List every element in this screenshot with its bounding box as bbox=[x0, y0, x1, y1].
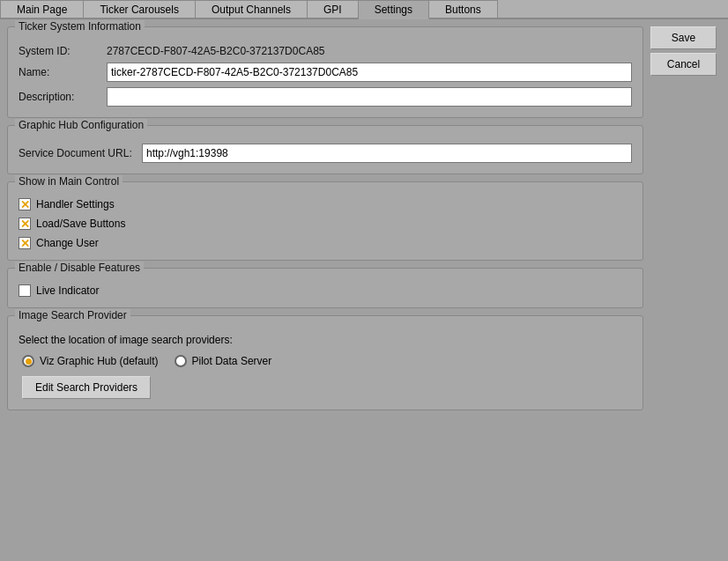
description-input[interactable] bbox=[107, 87, 632, 107]
edit-search-providers-button[interactable]: Edit Search Providers bbox=[22, 376, 151, 399]
tab-output-channels[interactable]: Output Channels bbox=[196, 0, 308, 18]
service-url-label: Service Document URL: bbox=[19, 147, 142, 159]
system-id-row: System ID: 2787CECD-F807-42A5-B2C0-37213… bbox=[19, 45, 632, 57]
radio-inner-dot bbox=[26, 358, 32, 365]
pilot-data-server-radio-row: Pilot Data Server bbox=[175, 355, 272, 367]
handler-settings-label: Handler Settings bbox=[36, 198, 115, 210]
pilot-data-server-radio[interactable] bbox=[175, 355, 187, 367]
radio-group: Viz Graphic Hub (default) Pilot Data Ser… bbox=[22, 350, 632, 367]
checkbox-x-icon2: ✕ bbox=[20, 218, 30, 230]
live-indicator-checkbox[interactable] bbox=[19, 284, 31, 297]
graphic-hub-title: Graphic Hub Configuration bbox=[15, 119, 147, 131]
enable-disable-title: Enable / Disable Features bbox=[15, 262, 144, 274]
viz-graphic-hub-label: Viz Graphic Hub (default) bbox=[40, 355, 159, 367]
tab-main-page[interactable]: Main Page bbox=[0, 0, 84, 18]
checkbox-x-icon3: ✕ bbox=[20, 238, 30, 249]
name-row: Name: bbox=[19, 63, 632, 82]
right-panel: Save Cancel bbox=[650, 26, 721, 554]
save-button[interactable]: Save bbox=[650, 26, 717, 49]
description-row: Description: bbox=[19, 87, 632, 107]
viz-graphic-hub-radio[interactable] bbox=[22, 355, 34, 367]
tab-bar: Main Page Ticker Carousels Output Channe… bbox=[0, 0, 728, 19]
ticker-system-info-title: Ticker System Information bbox=[15, 20, 145, 33]
handler-settings-row: ✕ Handler Settings bbox=[19, 198, 632, 210]
live-indicator-row: Live Indicator bbox=[19, 284, 632, 297]
change-user-label: Change User bbox=[36, 237, 99, 249]
service-url-input[interactable] bbox=[142, 144, 632, 163]
cancel-button[interactable]: Cancel bbox=[650, 53, 717, 76]
load-save-buttons-row: ✕ Load/Save Buttons bbox=[19, 218, 632, 230]
service-url-row: Service Document URL: bbox=[19, 144, 632, 163]
tab-settings[interactable]: Settings bbox=[359, 0, 429, 19]
left-panel: Ticker System Information System ID: 278… bbox=[7, 26, 643, 554]
name-label: Name: bbox=[19, 66, 107, 78]
tab-gpi[interactable]: GPI bbox=[308, 0, 359, 18]
enable-disable-group: Enable / Disable Features Live Indicator bbox=[7, 268, 643, 308]
viz-graphic-hub-radio-row: Viz Graphic Hub (default) bbox=[22, 355, 159, 367]
load-save-buttons-label: Load/Save Buttons bbox=[36, 218, 125, 230]
select-location-label: Select the location of image search prov… bbox=[19, 334, 632, 346]
show-in-main-control-group: Show in Main Control ✕ Handler Settings … bbox=[7, 181, 643, 261]
name-input[interactable] bbox=[107, 63, 632, 82]
image-search-provider-title: Image Search Provider bbox=[15, 309, 130, 321]
pilot-data-server-label: Pilot Data Server bbox=[192, 355, 272, 367]
change-user-row: ✕ Change User bbox=[19, 237, 632, 249]
show-in-main-control-title: Show in Main Control bbox=[15, 175, 123, 188]
checkbox-x-icon: ✕ bbox=[20, 199, 30, 210]
tab-buttons[interactable]: Buttons bbox=[429, 0, 498, 18]
system-id-label: System ID: bbox=[19, 45, 107, 57]
tab-ticker-carousels[interactable]: Ticker Carousels bbox=[84, 0, 196, 18]
handler-settings-checkbox[interactable]: ✕ bbox=[19, 198, 31, 210]
load-save-buttons-checkbox[interactable]: ✕ bbox=[19, 218, 31, 230]
image-search-provider-group: Image Search Provider Select the locatio… bbox=[7, 315, 643, 410]
ticker-system-info-group: Ticker System Information System ID: 278… bbox=[7, 26, 643, 118]
graphic-hub-group: Graphic Hub Configuration Service Docume… bbox=[7, 125, 643, 174]
change-user-checkbox[interactable]: ✕ bbox=[19, 237, 31, 249]
live-indicator-label: Live Indicator bbox=[36, 284, 99, 297]
main-content: Ticker System Information System ID: 278… bbox=[0, 19, 728, 561]
system-id-value: 2787CECD-F807-42A5-B2C0-372137D0CA85 bbox=[107, 45, 324, 57]
description-label: Description: bbox=[19, 91, 107, 103]
